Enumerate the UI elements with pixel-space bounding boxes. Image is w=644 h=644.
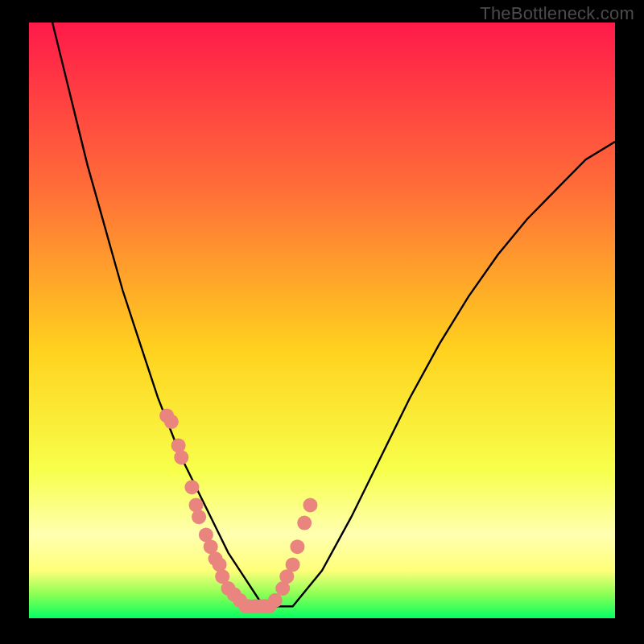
highlight-dot: [297, 516, 312, 530]
highlight-dot: [268, 593, 283, 608]
highlight-dot: [174, 450, 188, 464]
highlight-dot: [184, 480, 199, 494]
highlight-dots: [159, 408, 317, 613]
highlight-dot: [286, 557, 300, 572]
curve-layer: [29, 23, 615, 618]
highlight-dot: [290, 539, 304, 554]
plot-area: [29, 23, 615, 618]
highlight-dot: [164, 415, 179, 429]
highlight-dot: [303, 497, 317, 512]
watermark-text: TheBottleneck.com: [480, 3, 634, 24]
bottleneck-curve: [52, 23, 615, 606]
chart-frame: TheBottleneck.com: [0, 0, 644, 644]
highlight-dot: [192, 510, 206, 524]
